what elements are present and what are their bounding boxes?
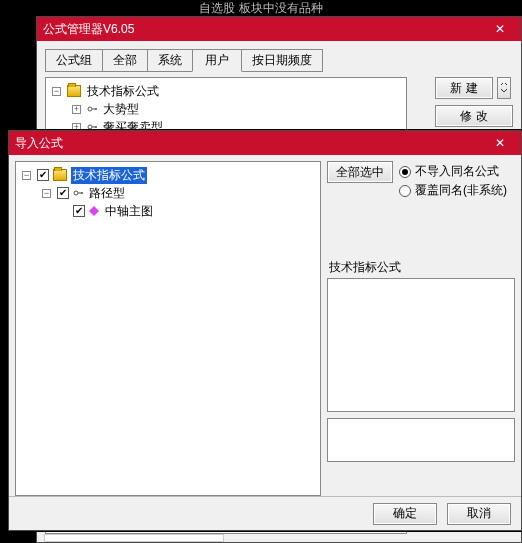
tree-node-leaf[interactable]: ✔ 中轴主图 [18, 202, 318, 220]
tree-checkbox[interactable]: ✔ [57, 187, 69, 199]
tree-label[interactable]: 技术指标公式 [85, 83, 161, 100]
detail-panel-label: 技术指标公式 [327, 259, 515, 278]
expander-plus-icon[interactable]: + [72, 105, 81, 114]
radio-label: 不导入同名公式 [415, 163, 499, 180]
main-title: 公式管理器V6.05 [43, 21, 134, 38]
dialog-button-bar: 确定 取消 [9, 496, 521, 530]
tab-formula-group[interactable]: 公式组 [45, 49, 103, 72]
radio-skip-duplicate[interactable]: 不导入同名公式 [399, 163, 507, 180]
import-titlebar: 导入公式 ✕ [9, 131, 521, 155]
chevron-down-icon [501, 83, 507, 93]
new-dropdown-button[interactable] [497, 77, 511, 99]
tree-node-child[interactable]: + 大势型 [48, 100, 404, 118]
tree-node-root[interactable]: − ✔ 技术指标公式 [18, 166, 318, 184]
radio-icon [399, 185, 411, 197]
detail-panel [327, 278, 515, 412]
main-tabs: 公式组 全部 系统 用户 按日期频度 [45, 49, 513, 72]
tree-node-child[interactable]: − ✔ 路径型 [18, 184, 318, 202]
edit-button[interactable]: 修 改 [435, 105, 513, 127]
expander-minus-icon[interactable]: − [22, 171, 31, 180]
close-icon[interactable]: ✕ [485, 133, 515, 153]
detail-panel-small [327, 418, 515, 462]
expander-minus-icon[interactable]: − [52, 87, 61, 96]
svg-point-3 [88, 125, 92, 129]
category-icon [73, 188, 83, 198]
radio-icon-checked [399, 166, 411, 178]
svg-marker-9 [89, 206, 99, 216]
radio-overwrite[interactable]: 覆盖同名(非系统) [399, 182, 507, 199]
background-field-peek [44, 534, 224, 542]
import-formula-dialog: 导入公式 ✕ − ✔ 技术指标公式 − ✔ 路径型 [8, 130, 522, 531]
radio-label: 覆盖同名(非系统) [415, 182, 507, 199]
import-tree[interactable]: − ✔ 技术指标公式 − ✔ 路径型 ✔ [15, 161, 321, 496]
tree-label[interactable]: 大势型 [101, 101, 141, 118]
cancel-button[interactable]: 取消 [447, 503, 511, 525]
tab-all[interactable]: 全部 [102, 49, 148, 72]
ok-button[interactable]: 确定 [373, 503, 437, 525]
tab-user[interactable]: 用户 [192, 49, 242, 72]
top-status-text: 自选股 板块中没有品种 [0, 0, 522, 16]
folder-icon [53, 169, 67, 181]
svg-point-5 [95, 126, 97, 128]
tree-label-selected[interactable]: 技术指标公式 [71, 167, 147, 184]
main-titlebar: 公式管理器V6.05 ✕ [37, 17, 521, 41]
import-title: 导入公式 [15, 135, 63, 152]
tree-label[interactable]: 中轴主图 [103, 203, 155, 220]
category-icon [87, 104, 97, 114]
folder-icon [67, 85, 81, 97]
tab-system[interactable]: 系统 [147, 49, 193, 72]
svg-point-0 [88, 107, 92, 111]
formula-icon [89, 206, 99, 216]
new-button[interactable]: 新 建 [435, 77, 493, 99]
svg-point-8 [81, 192, 83, 194]
select-all-button[interactable]: 全部选中 [327, 161, 393, 183]
tree-label[interactable]: 路径型 [87, 185, 127, 202]
svg-point-2 [95, 108, 97, 110]
tab-by-date[interactable]: 按日期频度 [241, 49, 323, 72]
tree-checkbox[interactable]: ✔ [37, 169, 49, 181]
close-icon[interactable]: ✕ [485, 19, 515, 39]
tree-checkbox[interactable]: ✔ [73, 205, 85, 217]
svg-point-6 [74, 191, 78, 195]
tree-node-root[interactable]: − 技术指标公式 [48, 82, 404, 100]
expander-minus-icon[interactable]: − [42, 189, 51, 198]
